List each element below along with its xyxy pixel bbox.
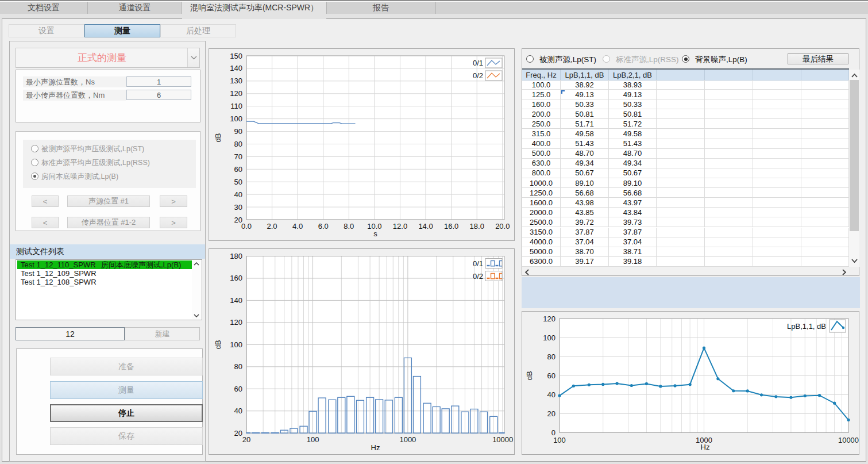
table-cell[interactable]: 56.68 (609, 188, 657, 197)
table-cell[interactable]: 38.93 (609, 80, 657, 89)
table-cell[interactable] (801, 247, 849, 256)
table-cell[interactable] (801, 109, 849, 118)
table-cell[interactable]: 49.34 (609, 159, 657, 168)
param-value-nm[interactable]: 6 (126, 90, 191, 100)
table-cell[interactable]: 89.10 (561, 178, 609, 187)
table-cell[interactable]: 49.58 (561, 129, 609, 139)
tab-report[interactable]: 报告 (326, 2, 435, 14)
table-cell[interactable] (801, 208, 849, 217)
table-cell[interactable] (753, 109, 801, 118)
table-cell[interactable] (801, 257, 849, 266)
table-cell[interactable]: 200.0 (522, 109, 561, 118)
table-row[interactable]: 200.050.8150.81 (522, 109, 849, 119)
table-cell[interactable]: 39.17 (561, 257, 609, 266)
table-cell[interactable] (657, 90, 705, 99)
table-cell[interactable] (657, 198, 705, 207)
file-list-scrollbar[interactable] (192, 260, 201, 319)
table-cell[interactable]: 630.0 (522, 159, 561, 168)
table-cell[interactable] (753, 149, 801, 158)
table-row[interactable]: 1600.043.9843.97 (522, 198, 849, 208)
table-cell[interactable] (705, 257, 753, 266)
table-cell[interactable] (705, 178, 753, 187)
table-cell[interactable] (657, 80, 705, 89)
table-hscrollbar[interactable] (522, 267, 849, 275)
table-cell[interactable]: 51.71 (561, 119, 609, 128)
table-row[interactable]: 6300.039.1739.18 (522, 257, 849, 267)
table-header-cell[interactable] (705, 70, 753, 80)
table-cell[interactable] (705, 80, 753, 89)
save-button[interactable]: 保存 (50, 427, 203, 445)
table-cell[interactable] (801, 129, 849, 139)
table-header-cell[interactable] (657, 70, 705, 80)
table-cell[interactable] (657, 208, 705, 217)
tab-channel-settings[interactable]: 通道设置 (87, 2, 182, 14)
table-cell[interactable]: 39.73 (609, 217, 657, 227)
new-button[interactable]: 新建 (125, 327, 200, 340)
table-cell[interactable]: 50.67 (561, 168, 609, 178)
table-cell[interactable] (657, 257, 705, 266)
table-cell[interactable] (753, 188, 801, 197)
table-cell[interactable]: 49.34 (561, 159, 609, 168)
table-cell[interactable] (801, 99, 849, 109)
table-cell[interactable]: 500.0 (522, 149, 561, 158)
table-row[interactable]: 160.050.3350.33 (522, 99, 849, 109)
table-cell[interactable] (705, 159, 753, 168)
table-row[interactable]: 2500.039.7239.73 (522, 217, 849, 227)
table-cell[interactable] (753, 228, 801, 237)
table-cell[interactable]: 49.13 (561, 90, 609, 99)
table-cell[interactable] (705, 237, 753, 247)
table-cell[interactable]: 50.33 (561, 99, 609, 109)
table-cell[interactable]: 160.0 (522, 99, 561, 109)
table-cell[interactable]: 43.85 (561, 208, 609, 217)
table-cell[interactable]: 4000.0 (522, 237, 561, 247)
table-cell[interactable] (657, 188, 705, 197)
table-cell[interactable] (753, 90, 801, 99)
scroll-up-icon[interactable] (851, 74, 858, 78)
table-vscroll-thumb[interactable] (850, 80, 859, 231)
table-row[interactable]: 400.051.4351.43 (522, 139, 849, 149)
source-next-button[interactable]: > (160, 195, 187, 207)
subtab-settings[interactable]: 设置 (9, 24, 84, 37)
table-row[interactable]: 1250.056.6856.68 (522, 188, 849, 198)
table-cell[interactable] (753, 237, 801, 247)
scroll-down-icon[interactable] (194, 314, 199, 317)
table-cell[interactable] (753, 247, 801, 256)
scroll-left-icon[interactable] (525, 269, 529, 275)
table-cell[interactable]: 49.13 (609, 90, 657, 99)
table-cell[interactable] (705, 99, 753, 109)
table-cell[interactable]: 1600.0 (522, 198, 561, 207)
scroll-down-icon[interactable] (851, 259, 858, 263)
radio-label-lp-rss[interactable]: 标准声源平均声压级测试,Lp(RSS) (41, 158, 150, 168)
table-cell[interactable]: 43.98 (561, 198, 609, 207)
result-radio-lp-rss[interactable] (603, 55, 610, 63)
tab-mcr-spwr[interactable]: 混响室法测试声功率(MCR-SPWR） (182, 2, 326, 19)
table-cell[interactable] (705, 208, 753, 217)
table-cell[interactable] (657, 237, 705, 247)
table-cell[interactable]: 39.18 (609, 257, 657, 266)
table-cell[interactable] (705, 139, 753, 148)
table-cell[interactable] (705, 149, 753, 158)
table-cell[interactable] (753, 217, 801, 227)
table-cell[interactable] (657, 129, 705, 139)
table-header-cell[interactable]: LpB,2,1, dB (609, 70, 657, 80)
table-cell[interactable] (753, 178, 801, 187)
table-cell[interactable]: 37.04 (609, 237, 657, 247)
table-cell[interactable] (801, 168, 849, 178)
table-cell[interactable]: 38.92 (561, 80, 609, 89)
file-list-item[interactable]: Test 1_12_108_SPWR (17, 278, 192, 286)
source-prev-button[interactable]: < (32, 195, 59, 207)
table-cell[interactable]: 50.81 (609, 109, 657, 118)
table-cell[interactable] (657, 178, 705, 187)
table-cell[interactable]: 6300.0 (522, 257, 561, 266)
table-cell[interactable] (657, 159, 705, 168)
table-cell[interactable]: 50.67 (609, 168, 657, 178)
param-value-ns[interactable]: 1 (126, 76, 191, 87)
table-cell[interactable] (753, 80, 801, 89)
table-row[interactable]: 3150.037.8737.87 (522, 228, 849, 237)
table-cell[interactable]: 125.0 (522, 90, 561, 99)
table-cell[interactable]: 50.81 (561, 109, 609, 118)
table-cell[interactable] (801, 80, 849, 89)
mic-next-button[interactable]: > (160, 217, 187, 228)
table-cell[interactable] (753, 198, 801, 207)
subtab-postprocess[interactable]: 后处理 (160, 24, 236, 37)
